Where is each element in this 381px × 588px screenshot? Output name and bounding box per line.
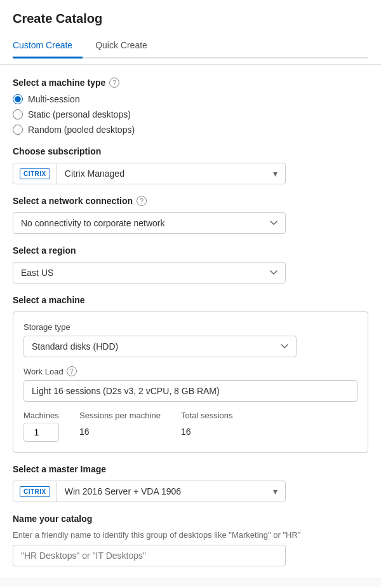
machines-col: Machines: [23, 411, 59, 442]
workload-field: Work Load ? Light 16 sessions (D2s v3, 2…: [23, 366, 358, 402]
master-image-chevron-icon: ▾: [273, 486, 285, 496]
machines-row: Machines Sessions per machine 16 Total s…: [23, 411, 358, 442]
master-image-value[interactable]: Win 2016 Server + VDA 1906: [57, 481, 273, 502]
machine-type-label: Select a machine type: [13, 78, 105, 88]
master-image-section: Select a master Image CITRIX Win 2016 Se…: [13, 464, 368, 502]
machine-label: Select a machine: [13, 295, 85, 305]
subscription-chevron-icon: ▾: [273, 168, 285, 179]
workload-dropdown[interactable]: Light 16 sessions (D2s v3, 2 vCPU, 8 GB …: [23, 380, 358, 402]
catalog-name-helper: Enter a friendly name to identify this g…: [13, 530, 368, 540]
radio-random[interactable]: Random (pooled desktops): [13, 125, 368, 135]
network-help-icon[interactable]: ?: [137, 196, 147, 206]
radio-static[interactable]: Static (personal desktops): [13, 109, 368, 120]
catalog-name-section: Name your catalog Enter a friendly name …: [13, 514, 368, 566]
subscription-label: Choose subscription: [13, 146, 101, 156]
subscription-section: Choose subscription CITRIX Citrix Manage…: [13, 146, 368, 184]
tab-bar: Custom Create Quick Create: [13, 35, 368, 58]
region-label: Select a region: [13, 245, 76, 256]
workload-label: Work Load: [23, 367, 64, 376]
master-image-dropdown[interactable]: CITRIX Win 2016 Server + VDA 1906 ▾: [13, 481, 286, 502]
workload-help-icon[interactable]: ?: [67, 366, 77, 376]
subscription-value[interactable]: Citrix Managed: [57, 163, 273, 184]
radio-multi-session[interactable]: Multi-session: [13, 94, 368, 104]
region-dropdown[interactable]: East US: [13, 262, 286, 284]
region-section: Select a region East US: [13, 245, 368, 284]
machine-type-section: Select a machine type ? Multi-session St…: [13, 78, 368, 135]
catalog-name-label: Name your catalog: [13, 514, 92, 524]
total-sessions-label: Total sessions: [181, 411, 233, 420]
machine-type-radio-group: Multi-session Static (personal desktops)…: [13, 94, 368, 135]
page-title: Create Catalog: [13, 11, 368, 26]
citrix-badge-master-image: CITRIX: [13, 482, 57, 502]
network-connection-section: Select a network connection ? No connect…: [13, 196, 368, 234]
network-connection-dropdown[interactable]: No connectivity to corporate network: [13, 212, 286, 234]
tab-custom-create[interactable]: Custom Create: [13, 35, 83, 58]
storage-type-field: Storage type Standard disks (HDD): [23, 322, 358, 357]
citrix-badge-subscription: CITRIX: [13, 164, 57, 184]
sessions-per-machine-value: 16: [79, 423, 161, 437]
network-connection-label: Select a network connection: [13, 196, 133, 206]
machine-section: Select a machine Storage type Standard d…: [13, 295, 368, 453]
subscription-dropdown[interactable]: CITRIX Citrix Managed ▾: [13, 163, 286, 184]
sessions-per-machine-label: Sessions per machine: [79, 411, 161, 420]
machine-box: Storage type Standard disks (HDD) Work L…: [13, 311, 368, 453]
catalog-name-input[interactable]: [13, 545, 286, 566]
machines-label: Machines: [23, 411, 59, 420]
region-dropdown-wrapper: East US: [13, 262, 286, 284]
total-sessions-value: 16: [181, 423, 233, 437]
machines-input[interactable]: [23, 423, 59, 442]
storage-type-label: Storage type: [23, 322, 358, 332]
machine-type-help-icon[interactable]: ?: [109, 78, 119, 88]
partial-section: [13, 578, 368, 588]
master-image-label: Select a master Image: [13, 464, 106, 474]
network-dropdown-wrapper: No connectivity to corporate network: [13, 212, 286, 234]
storage-type-dropdown[interactable]: Standard disks (HDD): [23, 336, 297, 357]
sessions-per-machine-col: Sessions per machine 16: [79, 411, 161, 437]
tab-quick-create[interactable]: Quick Create: [95, 35, 157, 58]
total-sessions-col: Total sessions 16: [181, 411, 233, 437]
